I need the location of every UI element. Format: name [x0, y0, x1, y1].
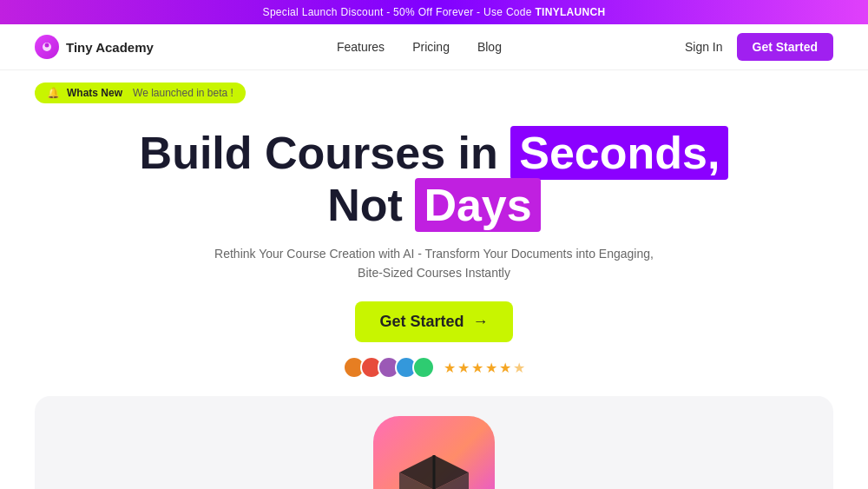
whats-new-bar: 🔔 Whats New We launched in beta !: [0, 70, 868, 103]
star-2: ★: [457, 360, 470, 376]
star-5: ★: [499, 360, 511, 376]
preview-section: [35, 396, 833, 489]
hero-title-part1: Build Courses in: [140, 128, 511, 178]
hero-subtitle: Rethink Your Course Creation with AI - T…: [208, 244, 660, 283]
whats-new-badge[interactable]: 🔔 Whats New We launched in beta !: [35, 83, 246, 103]
hero-title-part2: Not: [327, 180, 415, 230]
bell-icon: 🔔: [47, 87, 60, 99]
logo-text: Tiny Academy: [66, 40, 154, 55]
nav-actions: Sign In Get Started: [685, 33, 833, 61]
hero-title-highlight1: Seconds,: [510, 126, 728, 180]
badge-label: Whats New: [67, 87, 122, 99]
get-started-hero-button[interactable]: Get Started →: [355, 301, 512, 342]
navbar: Tiny Academy Features Pricing Blog Sign …: [0, 24, 868, 70]
get-started-label: Get Started: [379, 313, 464, 331]
hero-section: Build Courses in Seconds, Not Days Rethi…: [0, 103, 868, 379]
arrow-icon: →: [473, 313, 489, 331]
whats-new-description: We launched in beta !: [133, 87, 233, 99]
sign-in-button[interactable]: Sign In: [685, 40, 723, 54]
hero-title: Build Courses in Seconds, Not Days: [35, 128, 833, 232]
social-proof: ★ ★ ★ ★ ★ ★: [35, 356, 833, 379]
avatars: [343, 356, 435, 379]
promo-code: TINYLAUNCH: [535, 6, 605, 18]
logo-icon: [35, 35, 59, 59]
get-started-nav-button[interactable]: Get Started: [737, 33, 833, 61]
star-3: ★: [471, 360, 483, 376]
svg-point-1: [45, 43, 49, 48]
app-icon: [373, 416, 495, 489]
nav-links: Features Pricing Blog: [337, 40, 502, 54]
nav-features[interactable]: Features: [337, 40, 385, 54]
nav-pricing[interactable]: Pricing: [412, 40, 450, 54]
star-4: ★: [485, 360, 497, 376]
nav-blog[interactable]: Blog: [477, 40, 502, 54]
avatar-5: [412, 356, 435, 379]
stars: ★ ★ ★ ★ ★ ★: [444, 360, 525, 376]
hero-title-highlight2: Days: [415, 178, 540, 232]
star-1: ★: [444, 360, 456, 376]
banner-text: Special Launch Discount - 50% Off Foreve…: [263, 6, 536, 18]
star-half: ★: [513, 360, 525, 376]
top-banner: Special Launch Discount - 50% Off Foreve…: [0, 0, 868, 24]
nav-logo[interactable]: Tiny Academy: [35, 35, 154, 59]
